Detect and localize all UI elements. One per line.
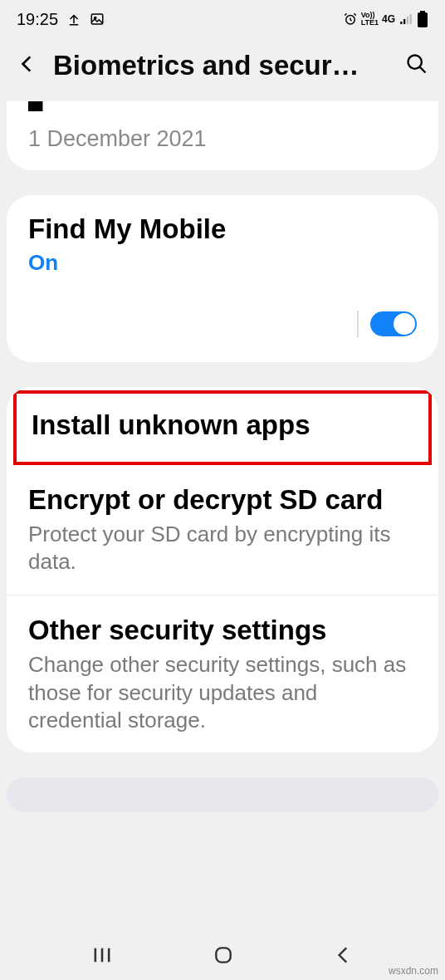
clipped-heading: ▊	[28, 101, 417, 111]
svg-rect-10	[216, 948, 230, 962]
battery-icon	[417, 11, 428, 27]
recents-icon[interactable]	[90, 943, 114, 970]
encrypt-sd-item[interactable]: Encrypt or decrypt SD card Protect your …	[7, 465, 438, 595]
find-my-mobile-card[interactable]: Find My Mobile On	[7, 195, 438, 362]
update-card[interactable]: ▊ 1 December 2021	[7, 101, 438, 170]
find-my-mobile-toggle[interactable]	[370, 311, 417, 336]
update-date: 1 December 2021	[28, 111, 417, 152]
toggle-row	[28, 311, 417, 337]
svg-rect-8	[418, 12, 428, 27]
status-left: 19:25	[17, 10, 105, 29]
network-icon: 4G	[382, 13, 395, 25]
upload-icon	[66, 12, 81, 27]
other-security-desc: Change other security settings, such as …	[28, 651, 417, 734]
svg-point-9	[408, 56, 422, 69]
install-unknown-apps-item[interactable]: Install unknown apps	[13, 390, 432, 465]
svg-rect-7	[420, 11, 425, 12]
page-title: Biometrics and secur…	[53, 50, 390, 81]
home-icon[interactable]	[213, 944, 234, 969]
encrypt-sd-title: Encrypt or decrypt SD card	[28, 483, 417, 517]
bottom-partial-card[interactable]	[7, 777, 438, 812]
status-bar: 19:25 Vo))LTE1 4G	[0, 0, 445, 35]
app-header: Biometrics and secur…	[0, 35, 445, 101]
status-time: 19:25	[17, 10, 58, 29]
watermark: wsxdn.com	[389, 965, 438, 977]
svg-rect-3	[400, 22, 402, 24]
nav-back-icon[interactable]	[333, 944, 355, 969]
alarm-icon	[343, 12, 358, 27]
toggle-divider	[357, 311, 359, 337]
svg-rect-6	[410, 14, 412, 24]
find-my-mobile-status: On	[28, 250, 417, 276]
volte-icon: Vo))LTE1	[361, 12, 379, 27]
svg-rect-5	[407, 17, 408, 24]
signal-icon	[399, 12, 413, 27]
back-icon[interactable]	[17, 53, 38, 78]
encrypt-sd-desc: Protect your SD card by encrypting its d…	[28, 521, 417, 576]
search-icon[interactable]	[405, 52, 428, 79]
other-security-item[interactable]: Other security settings Change other sec…	[7, 595, 438, 752]
svg-rect-4	[403, 19, 405, 24]
status-right: Vo))LTE1 4G	[343, 11, 428, 27]
other-security-title: Other security settings	[28, 614, 417, 647]
find-my-mobile-title: Find My Mobile	[28, 213, 417, 245]
image-icon	[90, 12, 105, 27]
install-unknown-apps-title: Install unknown apps	[32, 409, 413, 442]
navigation-bar	[0, 933, 445, 980]
security-settings-card: Install unknown apps Encrypt or decrypt …	[7, 387, 438, 752]
